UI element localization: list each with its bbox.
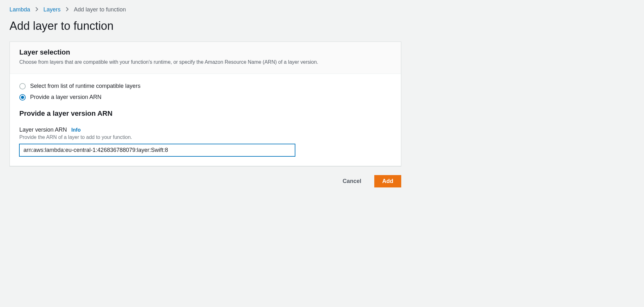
panel-header: Layer selection Choose from layers that …	[10, 42, 401, 74]
field-label: Layer version ARN	[19, 127, 67, 133]
radio-icon	[19, 94, 26, 101]
field-hint: Provide the ARN of a layer to add to you…	[19, 134, 391, 140]
breadcrumb-current: Add layer to function	[74, 6, 126, 13]
layer-arn-input[interactable]	[19, 144, 295, 156]
add-button[interactable]: Add	[374, 175, 401, 187]
info-link[interactable]: Info	[71, 127, 80, 133]
radio-label: Select from list of runtime compatible l…	[30, 83, 140, 89]
page-title: Add layer to function	[10, 19, 634, 33]
panel-body: Select from list of runtime compatible l…	[10, 74, 401, 166]
radio-icon	[19, 83, 26, 89]
section-subtitle: Provide a layer version ARN	[19, 109, 391, 118]
action-buttons: Cancel Add	[10, 175, 401, 187]
radio-provide-arn[interactable]: Provide a layer version ARN	[19, 94, 391, 101]
layer-selection-panel: Layer selection Choose from layers that …	[10, 42, 401, 166]
radio-label: Provide a layer version ARN	[30, 94, 101, 101]
chevron-right-icon	[35, 7, 38, 13]
breadcrumb-link-lambda[interactable]: Lambda	[10, 6, 30, 13]
cancel-button[interactable]: Cancel	[335, 175, 369, 187]
radio-select-from-list[interactable]: Select from list of runtime compatible l…	[19, 83, 391, 89]
panel-description: Choose from layers that are compatible w…	[19, 58, 391, 66]
chevron-right-icon	[66, 7, 69, 13]
panel-title: Layer selection	[19, 48, 391, 56]
field-label-row: Layer version ARN Info	[19, 127, 391, 133]
breadcrumb-link-layers[interactable]: Layers	[43, 6, 61, 13]
breadcrumb: Lambda Layers Add layer to function	[10, 6, 634, 13]
